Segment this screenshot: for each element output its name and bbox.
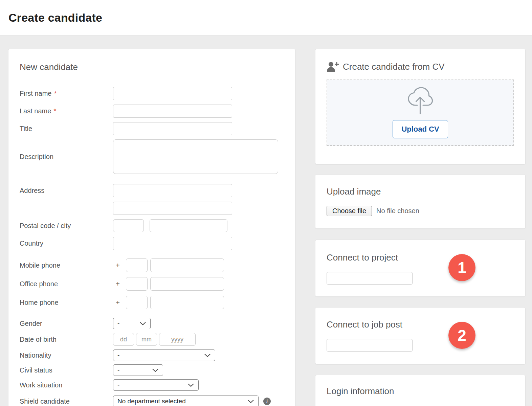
country-row: Country	[20, 237, 295, 250]
home-country-code-input[interactable]	[126, 296, 148, 309]
upload-image-card: Upload image Choose file No file chosen	[315, 174, 526, 229]
address-row-2	[20, 202, 295, 215]
cv-card-header: Create candidate from CV	[327, 61, 514, 72]
home-number-input[interactable]	[150, 296, 224, 309]
address-line1-input[interactable]	[113, 184, 232, 197]
home-phone-label: Home phone	[20, 299, 113, 307]
step-badge-1: 1	[448, 254, 475, 281]
address-line2-input[interactable]	[113, 202, 232, 215]
first-name-row: First name*	[20, 87, 295, 100]
office-phone-row: Office phone +	[20, 277, 295, 291]
shield-candidate-label: Shield candidate	[20, 398, 113, 405]
new-candidate-card: New candidate First name* Last name* Tit…	[8, 49, 295, 406]
choose-file-button[interactable]: Choose file	[327, 206, 372, 216]
upload-cv-button[interactable]: Upload CV	[393, 120, 448, 138]
gender-label: Gender	[20, 320, 113, 328]
country-label: Country	[20, 240, 113, 247]
last-name-row: Last name*	[20, 105, 295, 118]
office-number-input[interactable]	[150, 277, 224, 291]
description-label: Description	[20, 153, 113, 161]
shield-candidate-row: Shield candidate No department selected …	[20, 396, 295, 406]
chevron-down-icon	[187, 383, 194, 387]
connect-jobpost-title: Connect to job post	[327, 319, 525, 330]
mobile-phone-row: Mobile phone +	[20, 258, 295, 272]
dob-month-input[interactable]	[136, 333, 157, 346]
last-name-input[interactable]	[113, 105, 232, 118]
first-name-label: First name*	[20, 90, 113, 97]
connect-jobpost-card: Connect to job post 2	[315, 307, 526, 364]
dob-label: Date of birth	[20, 336, 113, 343]
connect-project-title: Connect to project	[327, 252, 525, 263]
jobpost-search-input[interactable]	[327, 339, 413, 352]
nationality-select[interactable]: -	[113, 349, 215, 361]
phone-plus-prefix: +	[116, 280, 120, 288]
login-information-title: Login information	[327, 386, 525, 397]
page-header: Create candidate	[0, 0, 532, 36]
shield-info-icon[interactable]: i	[263, 398, 271, 405]
create-from-cv-card: Create candidate from CV Upload CV	[315, 49, 526, 164]
mobile-country-code-input[interactable]	[126, 258, 148, 272]
work-situation-row: Work situation -	[20, 379, 295, 391]
form-heading: New candidate	[20, 61, 295, 73]
step-badge-2: 2	[448, 322, 475, 349]
civil-status-row: Civil status -	[20, 364, 295, 376]
chevron-down-icon	[152, 368, 159, 372]
file-chosen-text: No file chosen	[376, 207, 419, 215]
required-marker: *	[54, 90, 57, 97]
main-content: New candidate First name* Last name* Tit…	[0, 36, 532, 406]
mobile-number-input[interactable]	[150, 258, 224, 272]
civil-status-select[interactable]: -	[113, 364, 163, 376]
connect-project-card: Connect to project 1	[315, 240, 526, 297]
country-input[interactable]	[113, 237, 232, 250]
nationality-label: Nationality	[20, 352, 113, 359]
gender-row: Gender -	[20, 318, 295, 329]
cloud-upload-icon	[407, 86, 434, 115]
dob-row: Date of birth	[20, 333, 295, 346]
person-add-icon	[327, 61, 339, 72]
office-phone-label: Office phone	[20, 280, 113, 288]
gender-select[interactable]: -	[113, 318, 151, 329]
dob-day-input[interactable]	[113, 333, 134, 346]
phone-plus-prefix: +	[116, 262, 120, 269]
work-situation-select[interactable]: -	[113, 379, 199, 391]
chevron-down-icon	[247, 400, 254, 403]
page-title: Create candidate	[8, 11, 102, 24]
last-name-label: Last name*	[20, 107, 113, 115]
address-label: Address	[20, 187, 113, 195]
title-row: Title	[20, 122, 295, 135]
office-country-code-input[interactable]	[126, 277, 148, 291]
dob-year-input[interactable]	[159, 333, 196, 346]
mobile-phone-label: Mobile phone	[20, 262, 113, 269]
cv-dropzone[interactable]: Upload CV	[327, 80, 514, 146]
civil-status-label: Civil status	[20, 366, 113, 374]
login-information-card: Login information	[315, 375, 526, 406]
home-phone-row: Home phone +	[20, 296, 295, 309]
required-marker: *	[53, 107, 56, 115]
postal-code-input[interactable]	[113, 219, 144, 232]
upload-image-title: Upload image	[327, 186, 514, 197]
title-input[interactable]	[113, 122, 232, 135]
postal-city-row: Postal code / city	[20, 219, 295, 232]
nationality-row: Nationality -	[20, 349, 295, 361]
address-row-1: Address	[20, 184, 295, 197]
work-situation-label: Work situation	[20, 381, 113, 389]
project-search-input[interactable]	[327, 272, 413, 285]
postal-city-label: Postal code / city	[20, 222, 113, 230]
phone-plus-prefix: +	[116, 299, 120, 307]
description-row: Description	[20, 139, 295, 174]
shield-department-select[interactable]: No department selected	[113, 396, 259, 406]
title-label: Title	[20, 125, 113, 133]
first-name-input[interactable]	[113, 87, 232, 100]
file-input-row: Choose file No file chosen	[327, 206, 514, 216]
chevron-down-icon	[139, 322, 146, 325]
cv-card-title: Create candidate from CV	[343, 62, 445, 72]
city-input[interactable]	[150, 219, 227, 232]
description-textarea[interactable]	[113, 139, 278, 174]
chevron-down-icon	[204, 354, 211, 357]
